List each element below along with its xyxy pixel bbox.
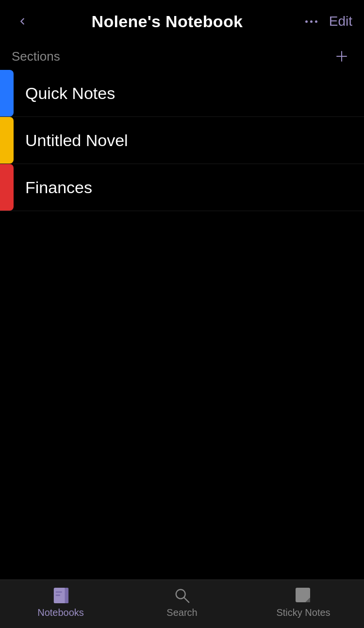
- section-tab-blue: [0, 70, 14, 116]
- svg-rect-3: [65, 588, 69, 603]
- page-title: Nolene's Notebook: [92, 12, 243, 31]
- svg-point-6: [176, 590, 185, 599]
- back-button[interactable]: [12, 11, 33, 32]
- sections-header: Sections: [0, 43, 364, 70]
- more-options-button[interactable]: [301, 17, 321, 27]
- svg-rect-5: [56, 595, 60, 596]
- dot-icon: [310, 20, 313, 23]
- search-icon: [173, 587, 191, 604]
- add-section-button[interactable]: [331, 46, 352, 67]
- section-tab-red: [0, 164, 14, 211]
- sections-label: Sections: [12, 49, 60, 64]
- tab-sticky-notes[interactable]: Sticky Notes: [243, 587, 364, 618]
- tab-search[interactable]: Search: [121, 587, 243, 618]
- header-actions: Edit: [301, 14, 352, 29]
- tab-label-sticky-notes: Sticky Notes: [276, 607, 330, 618]
- svg-line-7: [184, 598, 189, 602]
- dot-icon: [315, 20, 317, 23]
- tab-label-notebooks: Notebooks: [37, 607, 84, 618]
- section-list: Quick Notes Untitled Novel Finances: [0, 70, 364, 211]
- section-tab-yellow: [0, 117, 14, 164]
- sticky-notes-icon: [295, 587, 312, 604]
- dot-icon: [305, 20, 308, 23]
- list-item[interactable]: Untitled Novel: [0, 117, 364, 164]
- notebooks-icon: [52, 587, 69, 604]
- edit-button[interactable]: Edit: [329, 14, 352, 29]
- section-name: Quick Notes: [14, 72, 364, 115]
- svg-rect-4: [56, 591, 62, 593]
- list-item[interactable]: Finances: [0, 164, 364, 211]
- tab-color-indicator: [0, 117, 14, 164]
- header: Nolene's Notebook Edit: [0, 0, 364, 43]
- section-name: Finances: [14, 166, 364, 209]
- section-name: Untitled Novel: [14, 119, 364, 162]
- list-item[interactable]: Quick Notes: [0, 70, 364, 117]
- tab-color-indicator: [0, 70, 14, 116]
- tab-bar: Notebooks Search Sticky Notes: [0, 579, 364, 628]
- tab-label-search: Search: [166, 607, 197, 618]
- tab-notebooks[interactable]: Notebooks: [0, 587, 121, 618]
- tab-color-indicator: [0, 164, 14, 211]
